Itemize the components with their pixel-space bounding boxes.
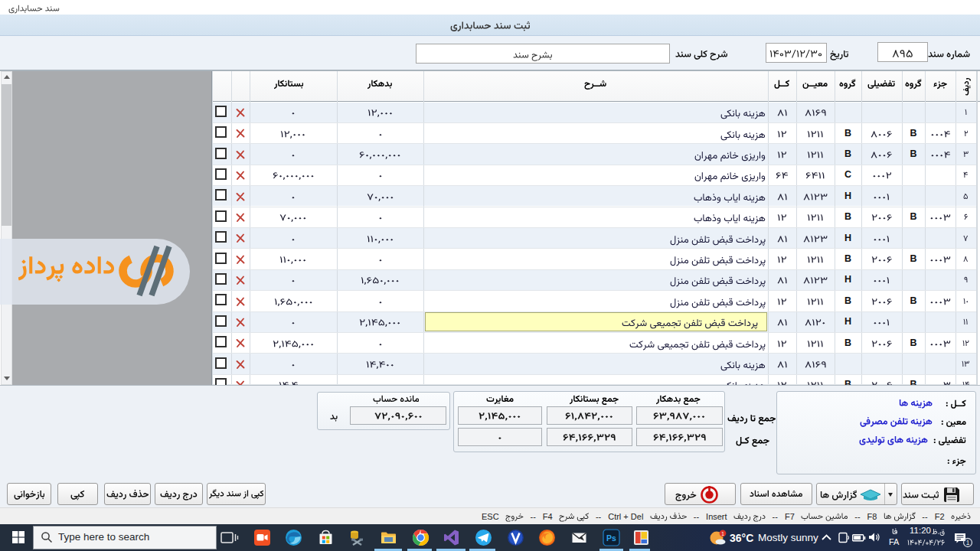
svg-text:1: 1 (966, 539, 970, 546)
svg-text:1: 1 (721, 531, 724, 536)
svg-text:Ps: Ps (606, 533, 616, 543)
